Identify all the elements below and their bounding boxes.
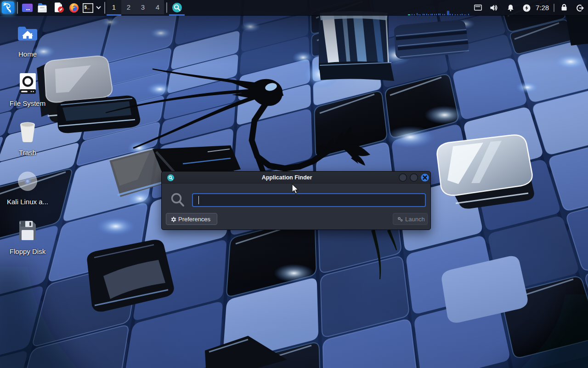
svg-text:$_: $_: [84, 5, 90, 10]
